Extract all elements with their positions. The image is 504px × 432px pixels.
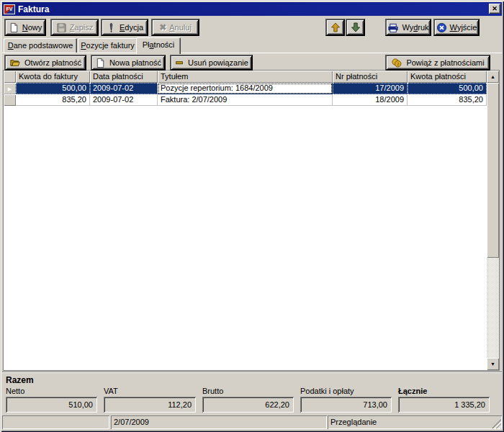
podatki-label: Podatki i opłaty (300, 387, 392, 396)
new-payment-button[interactable]: Nowa płatność (91, 55, 166, 71)
cancel-button[interactable]: ✖ Anuluj (151, 19, 199, 36)
exit-circle-x-icon (436, 22, 447, 33)
printer-icon (387, 22, 399, 33)
lacznie-value: 1 335,20 (398, 397, 490, 413)
close-icon: ✕ (492, 5, 498, 12)
table-row: 835,20 2009-07-02 Faktura: 2/07/2009 18/… (4, 94, 487, 106)
cell-tytulem[interactable]: Faktura: 2/07/2009 (158, 94, 333, 106)
new-document-icon (9, 22, 19, 33)
close-button[interactable]: ✕ (489, 4, 500, 14)
new-payment-label: Nowa płatność (109, 58, 161, 67)
cell-tytulem-focused[interactable]: Pozycje repertorium: 1684/2009 (158, 83, 333, 94)
total-vat: VAT 112,20 (104, 387, 196, 413)
vat-value: 112,20 (104, 397, 196, 413)
netto-value: 510,00 (6, 397, 97, 413)
status-bar: 2/07/2009 Przeglądanie (2, 415, 502, 429)
vat-label: VAT (104, 387, 196, 396)
grid-header-selector (4, 71, 16, 83)
new-button[interactable]: Nowy (4, 19, 46, 36)
status-panel-date: 2/07/2009 (111, 415, 327, 429)
grid-header-kwota-do-faktury[interactable]: Kwota do faktury (16, 71, 90, 83)
cell-nr-platnosci[interactable]: 17/2009 (333, 83, 408, 94)
grid-header-row: Kwota do faktury Data płatności Tytułem … (4, 71, 487, 83)
scrollbar-thumb[interactable] (487, 83, 499, 258)
payments-grid: Kwota do faktury Data płatności Tytułem … (3, 70, 500, 371)
save-button[interactable]: Zapisz (50, 19, 99, 36)
total-podatki: Podatki i opłaty 713,00 (300, 387, 392, 413)
cell-kwota-platnosci[interactable]: 500,00 (408, 83, 487, 94)
totals-separator (2, 372, 502, 373)
title-bar: FV Faktura ✕ (2, 2, 502, 16)
cell-nr-platnosci[interactable]: 18/2009 (333, 94, 408, 106)
cell-kwota-do-faktury[interactable]: 500,00 (16, 83, 90, 94)
payment-actions-bar: Otwórz płatność Nowa płatność Usuń powią… (2, 54, 502, 71)
svg-text:2: 2 (397, 61, 400, 66)
faktura-window: FV Faktura ✕ Nowy Zapisz Edycja ✖ Anuluj (0, 0, 504, 432)
cell-data-platnosci[interactable]: 2009-07-02 (90, 83, 158, 94)
cancel-button-label: Anuluj (169, 23, 192, 32)
move-down-button[interactable] (346, 19, 365, 36)
row-indicator-icon: ▶ (4, 83, 16, 94)
open-folder-icon (9, 58, 21, 68)
table-row: ▶ 500,00 2009-07-02 Pozycje repertorium:… (4, 83, 487, 94)
vertical-scrollbar[interactable]: ▲ ▼ (487, 71, 499, 370)
print-button-label: Wydruk (402, 23, 428, 32)
tab-pozycje-faktury[interactable]: Pozycje faktury (78, 38, 138, 53)
row-selector (4, 94, 16, 106)
move-up-button[interactable] (325, 19, 345, 36)
status-panel-empty (2, 415, 109, 429)
edit-button[interactable]: Edycja (101, 19, 148, 36)
totals-heading: Razem (6, 375, 34, 385)
lacznie-label: Łącznie (398, 387, 490, 396)
brutto-label: Brutto (202, 387, 294, 396)
podatki-value: 713,00 (300, 397, 392, 413)
exit-button-label: Wyjście (450, 23, 477, 32)
tab-dane-podstawowe[interactable]: Dane podstawowe (4, 38, 77, 53)
arrow-down-icon (350, 22, 361, 33)
save-button-label: Zapisz (70, 23, 93, 32)
coins-icon: 2 (391, 58, 402, 68)
tab-platnosci[interactable]: Płatności (136, 37, 181, 54)
new-button-label: Nowy (22, 23, 42, 32)
open-payment-label: Otwórz płatność (24, 58, 81, 67)
total-netto: Netto 510,00 (6, 387, 97, 413)
brutto-value: 622,20 (202, 397, 294, 413)
scroll-up-icon[interactable]: ▲ (487, 71, 499, 83)
pen-icon (106, 22, 117, 33)
grid-header-data-platnosci[interactable]: Data płatności (90, 71, 158, 83)
cancel-x-icon: ✖ (159, 22, 166, 32)
cell-kwota-do-faktury[interactable]: 835,20 (16, 94, 90, 106)
window-title: Faktura (18, 4, 49, 14)
exit-button[interactable]: Wyjście (433, 19, 480, 36)
status-panel-mode: Przeglądanie (328, 415, 502, 429)
total-brutto: Brutto 622,20 (202, 387, 294, 413)
cell-data-platnosci[interactable]: 2009-07-02 (90, 94, 158, 106)
new-payment-document-icon (95, 58, 106, 68)
scroll-down-icon[interactable]: ▼ (487, 358, 499, 370)
total-lacznie: Łącznie 1 335,20 (398, 387, 490, 413)
arrow-up-icon (330, 22, 341, 33)
grid-header-nr-platnosci[interactable]: Nr płatności (333, 71, 408, 83)
remove-link-label: Usuń powiązanie (188, 58, 248, 67)
main-toolbar: Nowy Zapisz Edycja ✖ Anuluj Wydruk Wyjśc… (2, 18, 502, 36)
grid-header-tytulem[interactable]: Tytułem (158, 71, 333, 83)
tab-strip: Dane podstawowe Pozycje faktury Płatnośc… (3, 37, 502, 53)
edit-button-label: Edycja (120, 23, 143, 32)
open-payment-button[interactable]: Otwórz płatność (4, 55, 86, 71)
link-payments-label: Powiąż z płatnościami (406, 58, 484, 67)
cell-kwota-platnosci[interactable]: 835,20 (408, 94, 487, 106)
minus-icon (174, 58, 184, 68)
remove-link-button[interactable]: Usuń powiązanie (170, 55, 253, 71)
netto-label: Netto (6, 387, 97, 396)
print-button[interactable]: Wydruk (385, 19, 431, 36)
save-icon (56, 22, 67, 33)
app-icon: FV (4, 4, 15, 14)
grid-header-kwota-platnosci[interactable]: Kwota płatności (408, 71, 487, 83)
link-payments-button[interactable]: 2 Powiąż z płatnościami (385, 55, 490, 71)
